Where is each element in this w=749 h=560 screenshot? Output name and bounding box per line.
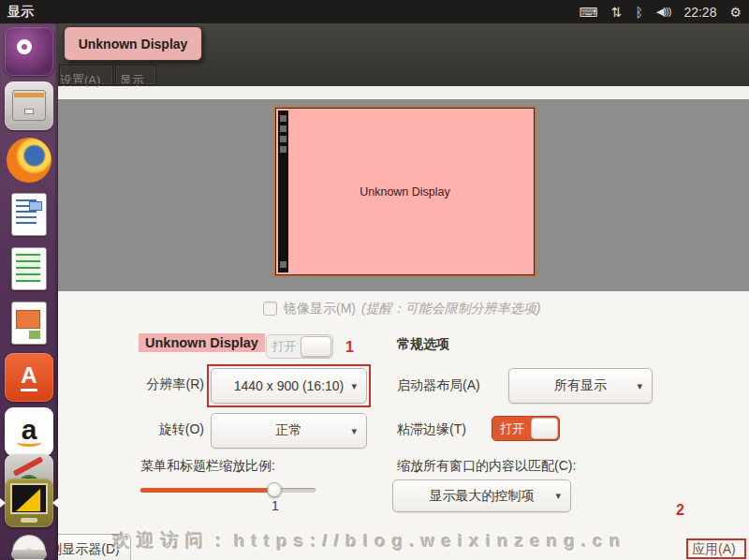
launcher-item-calc[interactable] <box>5 244 53 293</box>
annotation-marker-2: 2 <box>676 502 684 519</box>
chevron-down-icon: ▾ <box>555 490 561 502</box>
ubuntu-logo-icon <box>17 39 32 54</box>
launcher-item-displays[interactable] <box>5 479 53 527</box>
launcher-item-impress[interactable] <box>5 299 53 347</box>
system-tray: ⌨ ⇅ ᛒ ◀))) 22:28 ⚙ <box>580 5 742 20</box>
mirror-displays-checkbox[interactable] <box>263 302 277 316</box>
rotation-label: 旋转(O) <box>131 421 204 438</box>
menu-tab-frame <box>115 65 156 85</box>
menu-titlebar-scale-label: 菜单和标题栏缩放比例: <box>140 458 275 475</box>
rotation-dropdown[interactable]: 正常 ▾ <box>211 413 367 449</box>
file-cabinet-handle <box>24 109 34 114</box>
sticky-edges-toggle-label: 打开 <box>492 417 532 440</box>
firefox-icon <box>7 138 51 183</box>
tooltip-unknown-display: Unknown Display <box>64 26 202 61</box>
pencil-icon <box>13 456 44 476</box>
scale-value: 1 <box>267 498 284 513</box>
fit-windows-value: 显示最大的控制项 <box>430 488 535 505</box>
launcher-placement-value: 所有显示 <box>554 377 607 394</box>
resolution-value: 1440 x 900 (16:10) <box>234 378 345 393</box>
chevron-down-icon: ▾ <box>637 380 642 392</box>
resolution-dropdown[interactable]: 1440 x 900 (16:10) ▾ <box>211 368 367 404</box>
sticky-edges-label: 粘滞边缘(T) <box>397 421 466 438</box>
software-center-icon: A <box>21 364 37 391</box>
toggle-knob <box>301 336 331 357</box>
impress-slide-box <box>16 310 40 329</box>
scale-slider[interactable] <box>140 481 316 498</box>
chevron-down-icon: ▾ <box>351 425 357 437</box>
fit-windows-dropdown[interactable]: 显示最大的控制项 ▾ <box>392 479 571 512</box>
launcher-placement-label: 启动器布局(A) <box>397 377 480 394</box>
display-power-toggle-label: 打开 <box>267 335 301 358</box>
monitor-stand <box>21 518 37 523</box>
launcher-item-software-center[interactable]: A <box>5 353 53 402</box>
toggle-knob <box>531 418 558 439</box>
fit-windows-label: 缩放所有窗口的内容以匹配(C): <box>397 458 576 475</box>
unity-launcher: A a <box>0 23 58 560</box>
impress-chart-bar <box>29 331 40 339</box>
focused-app-arrow-icon <box>52 498 58 508</box>
session-gear-icon[interactable]: ⚙ <box>729 5 742 20</box>
slider-knob[interactable] <box>267 482 282 497</box>
top-panel: 显示 ⌨ ⇅ ᛒ ◀))) 22:28 ⚙ <box>0 0 749 23</box>
launcher-tray-shape <box>11 550 47 559</box>
rotation-value: 正常 <box>276 422 302 439</box>
resolution-label: 分辨率(R) <box>131 376 204 393</box>
chevron-down-icon: ▾ <box>351 380 357 392</box>
amazon-smile-arrow <box>17 438 41 447</box>
file-cabinet-folder <box>14 93 44 97</box>
clock[interactable]: 22:28 <box>683 5 716 20</box>
writer-image-box <box>29 201 42 211</box>
apply-button[interactable]: 应用(A) <box>686 538 746 559</box>
monitor-preview[interactable]: Unknown Display <box>273 106 536 277</box>
active-app-title: 显示 <box>7 4 34 21</box>
launcher-placement-dropdown[interactable]: 所有显示 ▾ <box>508 368 653 404</box>
launcher-item-writer[interactable] <box>5 190 53 239</box>
keyboard-icon[interactable]: ⌨ <box>580 5 598 20</box>
annotation-marker-1: 1 <box>345 339 354 356</box>
monitor-preview-label: Unknown Display <box>360 185 450 199</box>
display-power-toggle[interactable]: 打开 <box>266 334 333 359</box>
general-options-title: 常规选项 <box>397 336 449 353</box>
network-arrows-icon[interactable]: ⇅ <box>611 5 623 20</box>
menu-tab-frame <box>59 65 113 85</box>
window-toolbar-strip <box>0 86 749 99</box>
slider-fill <box>140 488 274 493</box>
bluetooth-icon[interactable]: ᛒ <box>636 5 643 20</box>
mirror-note-text: (提醒：可能会限制分辨率选项) <box>361 301 540 316</box>
monitor-launcher-strip <box>278 111 288 273</box>
watermark-text: 欢迎访问：https://blog.weixinzeng.cn <box>112 529 627 553</box>
display-name-highlight: Unknown Display <box>139 333 265 352</box>
launcher-item-ubuntu[interactable] <box>5 27 53 76</box>
sticky-edges-toggle[interactable]: 打开 <box>492 416 560 441</box>
set-square-icon <box>16 489 40 511</box>
launcher-item-amazon[interactable]: a <box>5 407 53 456</box>
apply-button-label: 应用(A) <box>692 541 736 556</box>
launcher-item-firefox[interactable] <box>5 136 53 184</box>
launcher-item-files[interactable] <box>5 81 53 130</box>
calc-grid <box>16 254 40 282</box>
volume-icon[interactable]: ◀))) <box>656 6 670 18</box>
running-app-arrow-icon <box>0 498 6 508</box>
mirror-displays-label: 镜像显示(M)(提醒：可能会限制分辨率选项) <box>284 301 540 317</box>
screen: 显示 ⌨ ⇅ ᛒ ◀))) 22:28 ⚙ 设置(A) 显示 Unknown D… <box>0 0 749 560</box>
mirror-label-text: 镜像显示(M) <box>284 301 356 316</box>
